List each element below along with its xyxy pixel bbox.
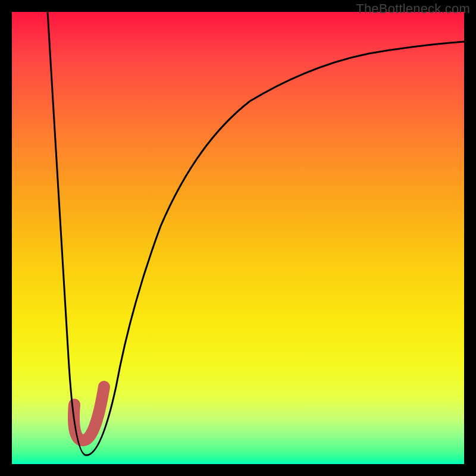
chart-frame: TheBottleneck.com [0,0,476,476]
chart-svg [12,12,464,464]
plot-area [12,12,464,464]
main-black-curve [48,12,464,455]
highlight-hook-curve [74,387,104,440]
watermark-text: TheBottleneck.com [356,1,470,17]
